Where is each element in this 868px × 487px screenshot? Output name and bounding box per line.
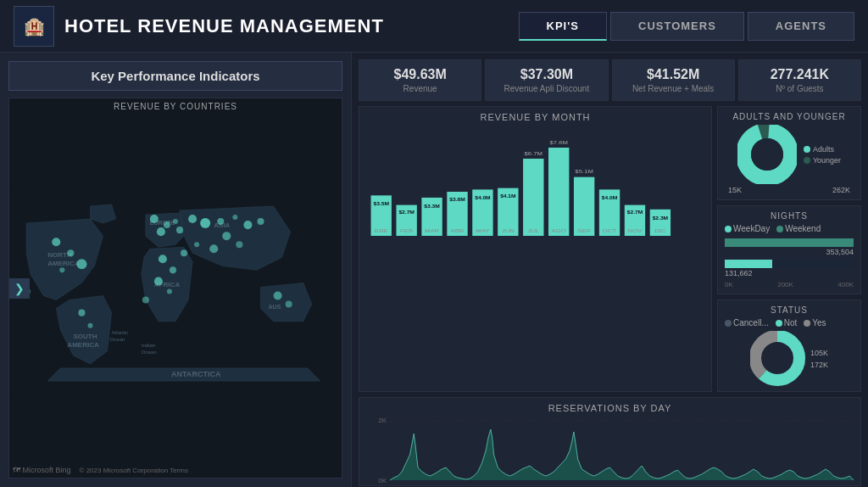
svg-point-30 xyxy=(236,241,242,248)
map-svg-area: NORTH AMERICA EUROPE ASIA AFRICA SOUTH A… xyxy=(9,115,342,468)
status-chart-title: STATUS xyxy=(725,305,854,315)
res-y-label-2k: 2K xyxy=(378,417,387,424)
not-legend-label: Not xyxy=(784,318,798,327)
svg-text:Ocean: Ocean xyxy=(142,350,157,355)
svg-point-25 xyxy=(217,218,224,225)
sidebar-expand-arrow[interactable]: ❯ xyxy=(9,278,30,299)
adults-legend-label: Adults xyxy=(813,145,834,154)
weekday-legend-dot xyxy=(725,226,732,232)
stat-revenue-discount: $37.30M Revenue Apli Discount xyxy=(485,59,608,101)
stat-revenue-discount-value: $37.30M xyxy=(496,67,597,82)
hotel-logo-icon: 🏨 xyxy=(14,6,54,47)
svg-text:FEB: FEB xyxy=(400,227,413,232)
right-content: $49.63M Revenue $37.30M Revenue Apli Dis… xyxy=(352,53,868,487)
svg-point-14 xyxy=(52,238,60,246)
svg-text:ANTARCTICA: ANTARCTICA xyxy=(171,370,221,378)
stats-row: $49.63M Revenue $37.30M Revenue Apli Dis… xyxy=(359,59,861,101)
stat-revenue-label: Revenue xyxy=(370,84,470,93)
nav-tab-customers[interactable]: CUSTOMERS xyxy=(610,12,744,41)
svg-text:$3.5M: $3.5M xyxy=(374,201,389,205)
svg-text:$3.3M: $3.3M xyxy=(424,204,439,209)
svg-point-28 xyxy=(257,218,264,225)
svg-text:MAY: MAY xyxy=(476,227,490,232)
res-y-label-0k: 0K xyxy=(378,477,387,484)
kpi-section-title: Key Performance Indicators xyxy=(8,61,342,91)
reservations-chart: RESERVATIONS BY DAY 2K 0K Jan 2018 xyxy=(359,397,861,486)
adults-pie-chart xyxy=(737,125,797,184)
bar-chart-title: REVENUE BY MONTH xyxy=(366,112,704,122)
status-donut-chart xyxy=(750,331,805,386)
svg-point-31 xyxy=(159,255,167,263)
svg-text:$2.3M: $2.3M xyxy=(653,216,668,221)
younger-value: 15K xyxy=(728,186,742,194)
svg-point-23 xyxy=(188,215,197,223)
logo-area: 🏨 HOTEL REVENUE MANAGEMENT xyxy=(14,6,519,47)
svg-text:AMERICA: AMERICA xyxy=(47,260,80,267)
weekend-bar xyxy=(725,238,854,247)
svg-text:OCT: OCT xyxy=(603,227,617,232)
adults-value: 262K xyxy=(832,186,850,194)
status-chart: STATUS Cancell... Not Yes xyxy=(717,299,861,392)
svg-point-40 xyxy=(181,249,187,256)
svg-point-16 xyxy=(76,259,86,269)
yes-legend-label: Yes xyxy=(812,318,826,327)
stat-net-revenue: $41.52M Net Revenue + Meals xyxy=(612,59,735,101)
svg-point-27 xyxy=(243,221,252,229)
weekend-value: 353,504 xyxy=(725,248,854,256)
svg-point-24 xyxy=(200,218,210,228)
nights-chart-title: NIGHTS xyxy=(725,211,854,221)
svg-point-38 xyxy=(286,301,292,308)
svg-text:Atlantic: Atlantic xyxy=(112,330,129,335)
svg-point-32 xyxy=(170,266,176,273)
svg-text:ENE: ENE xyxy=(375,227,388,232)
weekday-legend-label: WeekDay xyxy=(733,224,770,233)
yes-legend-dot xyxy=(804,320,810,327)
svg-text:$7.6M: $7.6M xyxy=(549,139,568,144)
map-footer: 🗺 Microsoft Bing © 2023 Microsoft Corpor… xyxy=(13,466,188,474)
adults-chart-title: ADULTS AND YOUNGER xyxy=(725,112,854,121)
status-val1: 105K xyxy=(810,349,828,357)
svg-point-19 xyxy=(164,221,170,228)
stat-guests-value: 277.241K xyxy=(749,67,850,82)
svg-text:AGO: AGO xyxy=(552,227,567,232)
stat-net-revenue-label: Net Revenue + Meals xyxy=(623,84,724,93)
nights-axis: 0K 200K 400K xyxy=(725,281,854,288)
revenue-bar-chart: $3.5M ENE $2.7M FEB $3.3M MAR $3.8M ABR xyxy=(366,126,704,236)
reservations-title: RESERVATIONS BY DAY xyxy=(366,403,854,413)
svg-text:$3.8M: $3.8M xyxy=(449,198,465,202)
svg-text:AUS: AUS xyxy=(269,304,281,310)
bar-chart-container: REVENUE BY MONTH $3.5M ENE $2.7M FEB $3.… xyxy=(359,106,712,392)
svg-text:$6.7M: $6.7M xyxy=(525,150,543,155)
svg-text:$2.7M: $2.7M xyxy=(627,210,643,215)
svg-text:MAR: MAR xyxy=(425,227,439,232)
svg-text:DIC: DIC xyxy=(654,227,665,232)
nights-chart: NIGHTS WeekDay Weekend xyxy=(717,205,861,294)
main-content: Key Performance Indicators REVENUE BY CO… xyxy=(0,53,868,487)
svg-text:$2.7M: $2.7M xyxy=(398,210,414,215)
stat-revenue-discount-label: Revenue Apli Discount xyxy=(496,84,597,93)
svg-text:JUL: JUL xyxy=(527,227,539,232)
svg-point-43 xyxy=(142,297,149,304)
not-legend-dot xyxy=(776,320,782,327)
map-title: REVENUE BY COUNTRIES xyxy=(9,98,342,115)
nav-tab-agents[interactable]: AGENTS xyxy=(748,12,854,41)
svg-point-41 xyxy=(194,242,199,247)
adults-chart: ADULTS AND YOUNGER xyxy=(717,106,861,200)
svg-text:Indian: Indian xyxy=(142,343,155,348)
cancelled-legend-dot xyxy=(725,320,732,327)
weekday-value: 131,662 xyxy=(725,269,854,277)
header: 🏨 HOTEL REVENUE MANAGEMENT KPI'S CUSTOME… xyxy=(0,0,868,53)
stat-net-revenue-value: $41.52M xyxy=(623,67,724,82)
stat-guests-label: Nº of Guests xyxy=(749,84,850,93)
svg-point-21 xyxy=(157,227,165,236)
svg-text:$4.1M: $4.1M xyxy=(500,194,515,199)
nav-tab-kpis[interactable]: KPI'S xyxy=(519,12,607,41)
svg-text:AMERICA: AMERICA xyxy=(67,341,99,349)
svg-point-35 xyxy=(78,310,85,316)
svg-text:SOUTH: SOUTH xyxy=(73,333,97,340)
svg-text:ABR: ABR xyxy=(451,227,465,232)
svg-text:$4.0M: $4.0M xyxy=(475,195,490,199)
app-title: HOTEL REVENUE MANAGEMENT xyxy=(64,15,384,37)
stat-guests: 277.241K Nº of Guests xyxy=(738,59,861,101)
younger-legend-label: Younger xyxy=(813,156,841,165)
